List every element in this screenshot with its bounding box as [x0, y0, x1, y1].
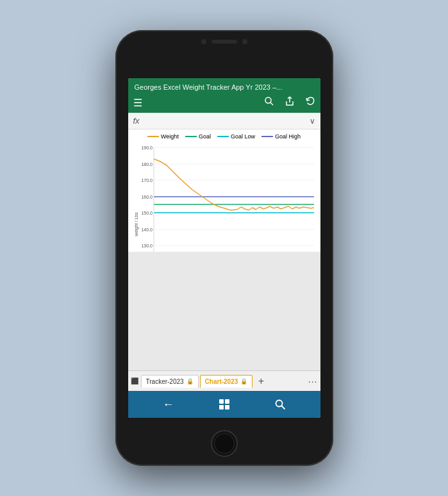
menu-icon[interactable]: ☰: [133, 97, 142, 109]
svg-line-44: [281, 406, 285, 409]
chart-lock-icon: 🔒: [240, 378, 247, 384]
sheet-tab-tracker[interactable]: Tracker-2023 🔒: [141, 375, 199, 388]
share-icon[interactable]: [285, 96, 295, 109]
home-button[interactable]: [214, 394, 235, 415]
chart-svg-container: weight / Lbs 190.0 180.0 170.0 160: [131, 141, 318, 252]
sheet-tab-chart-label: Chart-2023: [205, 378, 238, 385]
svg-text:140.0: 140.0: [141, 227, 153, 232]
svg-text:weight / Lbs: weight / Lbs: [134, 212, 139, 237]
search-icon[interactable]: [264, 96, 274, 109]
sheet-tab-chart[interactable]: Chart-2023 🔒: [200, 375, 253, 388]
svg-text:160.0: 160.0: [141, 195, 153, 199]
sheet-icon: ⬛: [131, 377, 138, 384]
svg-text:180.0: 180.0: [141, 162, 153, 167]
legend-weight: Weight: [147, 133, 179, 140]
chart-area: Weight Goal Goal Low Goal High: [128, 129, 320, 252]
app-title: Georges Excel Weight Tracker App Yr 2023…: [135, 83, 283, 91]
svg-rect-39: [219, 399, 224, 404]
undo-icon[interactable]: [305, 96, 315, 109]
svg-point-0: [265, 97, 271, 103]
svg-text:190.0: 190.0: [141, 145, 153, 150]
phone-home-button[interactable]: [211, 430, 238, 457]
phone-top-bar: [115, 39, 333, 44]
phone-camera-2: [242, 39, 247, 44]
formula-bar: fx ∨: [128, 113, 320, 129]
chart-spacer: [128, 252, 320, 370]
add-sheet-button[interactable]: +: [254, 374, 268, 388]
legend-goal-high-label: Goal High: [275, 133, 301, 140]
legend-weight-label: Weight: [161, 133, 179, 140]
chart-legend: Weight Goal Goal Low Goal High: [131, 133, 318, 140]
legend-goal: Goal: [185, 133, 211, 140]
tracker-lock-icon: 🔒: [187, 378, 194, 384]
svg-line-1: [270, 103, 273, 105]
legend-goal-low-label: Goal Low: [231, 133, 255, 140]
weight-chart-svg: weight / Lbs 190.0 180.0 170.0 160: [131, 141, 318, 252]
bottom-nav-bar: ←: [128, 391, 320, 418]
legend-goal-high: Goal High: [261, 133, 301, 140]
sheet-tabs-bar: ⬛ Tracker-2023 🔒 Chart-2023 🔒 + ···: [128, 370, 320, 391]
svg-text:170.0: 170.0: [141, 178, 153, 183]
phone-frame: Georges Excel Weight Tracker App Yr 2023…: [115, 30, 333, 466]
sheet-tab-tracker-label: Tracker-2023: [146, 378, 184, 385]
formula-chevron[interactable]: ∨: [310, 117, 315, 126]
svg-rect-40: [225, 399, 229, 404]
legend-goal-label: Goal: [199, 133, 211, 140]
svg-rect-42: [225, 405, 229, 409]
back-button[interactable]: ←: [159, 394, 178, 415]
phone-camera: [201, 39, 206, 44]
svg-text:130.0: 130.0: [141, 244, 153, 248]
svg-rect-41: [219, 405, 224, 409]
formula-label: fx: [133, 116, 140, 126]
excel-title-bar: Georges Excel Weight Tracker App Yr 2023…: [128, 78, 320, 94]
svg-text:150.0: 150.0: [141, 211, 153, 215]
more-sheets-button[interactable]: ···: [308, 376, 318, 386]
phone-speaker: [212, 40, 237, 44]
phone-screen: Georges Excel Weight Tracker App Yr 2023…: [128, 78, 320, 418]
excel-toolbar: ☰: [128, 94, 320, 113]
phone-home-inner: [214, 433, 235, 454]
search-button[interactable]: [270, 395, 290, 414]
legend-goal-low: Goal Low: [217, 133, 255, 140]
